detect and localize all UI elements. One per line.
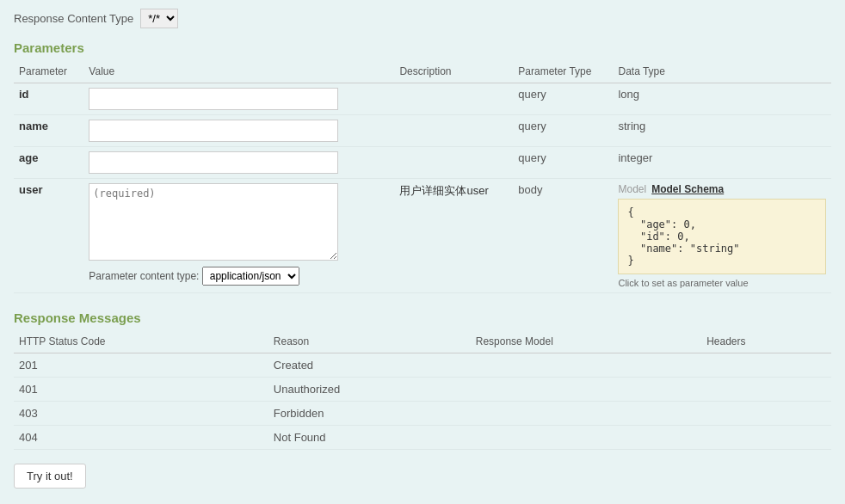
- try-it-out-button[interactable]: Try it out!: [14, 464, 86, 489]
- param-input-name[interactable]: [89, 120, 338, 142]
- table-row: 201 Created: [14, 353, 831, 378]
- status-code-201: 201: [14, 353, 268, 378]
- col-response-model: Response Model: [471, 332, 701, 353]
- headers-401: [701, 378, 831, 402]
- main-container: Response Content Type */* Parameters Par…: [0, 0, 845, 504]
- param-input-age[interactable]: [89, 151, 338, 174]
- table-row: id query long: [14, 83, 831, 115]
- headers-404: [701, 426, 831, 450]
- param-name-age: age: [19, 151, 38, 164]
- reason-201: Created: [268, 353, 471, 378]
- reason-401: Unauthorized: [268, 378, 471, 402]
- response-content-type-label: Response Content Type: [14, 12, 133, 25]
- status-code-403: 403: [14, 402, 268, 426]
- response-model-201: [471, 353, 701, 378]
- model-tab-schema[interactable]: Model Schema: [651, 183, 724, 195]
- param-desc-id: [394, 83, 513, 115]
- col-value: Value: [83, 62, 394, 83]
- response-messages-section: Response Messages HTTP Status Code Reaso…: [14, 310, 831, 450]
- param-desc-user: 用户详细实体user: [394, 179, 513, 293]
- table-row: user Parameter content type: application…: [14, 179, 831, 293]
- param-type-user: body: [513, 179, 613, 293]
- table-row: name query string: [14, 115, 831, 147]
- model-schema-area: Model Model Schema { "age": 0, "id": 0, …: [618, 183, 826, 288]
- table-row: 401 Unauthorized: [14, 378, 831, 402]
- response-messages-title: Response Messages: [14, 310, 831, 325]
- response-model-404: [471, 426, 701, 450]
- reason-403: Forbidden: [268, 402, 471, 426]
- headers-201: [701, 353, 831, 378]
- col-description: Description: [394, 62, 513, 83]
- model-json[interactable]: { "age": 0, "id": 0, "name": "string" }: [618, 199, 826, 274]
- content-type-select[interactable]: application/json: [202, 267, 299, 286]
- click-hint: Click to set as parameter value: [618, 278, 826, 288]
- col-http-status: HTTP Status Code: [14, 332, 268, 353]
- response-table: HTTP Status Code Reason Response Model H…: [14, 332, 831, 450]
- param-desc-name: [394, 115, 513, 147]
- param-textarea-user[interactable]: [89, 183, 338, 261]
- col-parameter: Parameter: [14, 62, 83, 83]
- col-parameter-type: Parameter Type: [513, 62, 613, 83]
- param-name-user: user: [19, 183, 42, 196]
- param-desc-age: [394, 147, 513, 179]
- param-name-id: id: [19, 88, 29, 101]
- col-headers: Headers: [701, 332, 831, 353]
- table-row: age query integer: [14, 147, 831, 179]
- model-tab-model[interactable]: Model: [618, 183, 646, 195]
- model-tabs: Model Model Schema: [618, 183, 826, 195]
- table-row: 404 Not Found: [14, 426, 831, 450]
- param-type-name: query: [513, 115, 613, 147]
- response-content-type-bar: Response Content Type */*: [14, 9, 831, 28]
- param-datatype-name: string: [613, 115, 831, 147]
- response-model-403: [471, 402, 701, 426]
- parameters-table: Parameter Value Description Parameter Ty…: [14, 62, 831, 293]
- content-type-row: Parameter content type: application/json: [89, 267, 389, 286]
- status-code-401: 401: [14, 378, 268, 402]
- response-model-401: [471, 378, 701, 402]
- headers-403: [701, 402, 831, 426]
- status-code-404: 404: [14, 426, 268, 450]
- param-name-name: name: [19, 120, 48, 132]
- table-row: 403 Forbidden: [14, 402, 831, 426]
- param-type-age: query: [513, 147, 613, 179]
- col-data-type: Data Type: [613, 62, 831, 83]
- parameters-section-title: Parameters: [14, 40, 831, 55]
- param-input-id[interactable]: [89, 88, 338, 110]
- col-reason: Reason: [268, 332, 471, 353]
- param-datatype-age: integer: [613, 147, 831, 179]
- content-type-label: Parameter content type:: [89, 270, 199, 282]
- response-content-type-select[interactable]: */*: [140, 9, 178, 28]
- param-datatype-id: long: [613, 83, 831, 115]
- param-type-id: query: [513, 83, 613, 115]
- reason-404: Not Found: [268, 426, 471, 450]
